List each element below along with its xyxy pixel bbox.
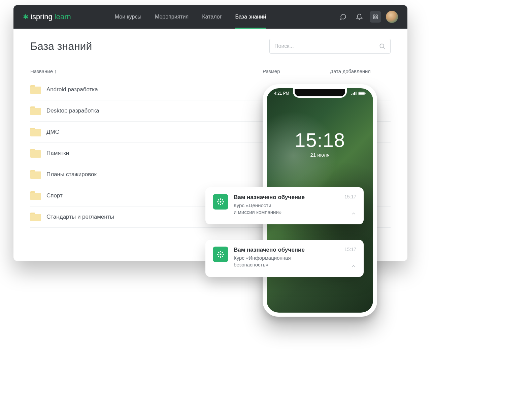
nav-knowledge-base[interactable]: База знаний xyxy=(235,5,266,29)
svg-point-15 xyxy=(220,204,221,205)
notification-text: Курс «Ценности и миссия компании» xyxy=(234,202,339,216)
svg-line-5 xyxy=(384,47,385,49)
svg-point-19 xyxy=(222,199,223,200)
svg-point-4 xyxy=(380,44,384,48)
logo-text-learn: learn xyxy=(55,12,71,21)
svg-rect-3 xyxy=(376,17,377,19)
nav-catalog[interactable]: Каталог xyxy=(202,5,222,29)
notification-body: Вам назначено обучение Курс «Ценности и … xyxy=(234,194,339,218)
content-head: База знаний xyxy=(30,39,391,54)
svg-rect-1 xyxy=(376,15,377,17)
svg-point-25 xyxy=(217,254,219,255)
svg-point-21 xyxy=(222,203,223,204)
notification-time: 15:17 xyxy=(344,194,356,199)
folder-label: Android разработка xyxy=(46,86,98,93)
column-date-label[interactable]: Дата добавления xyxy=(330,68,391,74)
lock-screen-time: 15:18 21 июля xyxy=(267,129,373,158)
folder-icon xyxy=(30,106,41,115)
phone-notch xyxy=(293,88,347,98)
svg-point-18 xyxy=(218,199,219,200)
folder-label: Памятки xyxy=(46,150,69,157)
svg-rect-7 xyxy=(353,93,354,95)
topbar-right xyxy=(337,11,398,23)
folder-label: Спорт xyxy=(46,192,63,199)
svg-point-14 xyxy=(220,198,221,200)
status-right xyxy=(351,91,366,96)
svg-point-13 xyxy=(220,201,222,203)
svg-rect-12 xyxy=(365,93,365,94)
notification-time: 15:17 xyxy=(344,247,356,252)
svg-point-16 xyxy=(217,201,219,202)
nav-events[interactable]: Мероприятия xyxy=(155,5,189,29)
signal-icon xyxy=(351,92,357,95)
topbar: ✱ ispring learn Мои курсы Мероприятия Ка… xyxy=(13,5,407,29)
logo-text-ispring: ispring xyxy=(31,12,53,21)
folder-icon xyxy=(30,128,41,136)
folder-label: Стандарты и регламенты xyxy=(46,214,114,220)
app-icon xyxy=(213,194,228,210)
folder-icon xyxy=(30,170,41,179)
svg-point-27 xyxy=(218,252,219,253)
svg-point-24 xyxy=(220,256,221,258)
svg-point-23 xyxy=(220,251,221,252)
table-header: Название ↑ Размер Дата добавления xyxy=(30,64,391,79)
main-nav: Мои курсы Мероприятия Каталог База знани… xyxy=(115,5,266,29)
svg-rect-2 xyxy=(373,17,375,19)
app-icon xyxy=(213,247,228,262)
svg-point-26 xyxy=(223,254,224,255)
logo[interactable]: ✱ ispring learn xyxy=(23,12,71,21)
notification-meta: 15:17 xyxy=(344,247,356,270)
svg-point-22 xyxy=(220,254,222,255)
notification-card[interactable]: Вам назначено обучение Курс «Ценности и … xyxy=(205,187,364,224)
folder-label: Desktop разработка xyxy=(46,107,99,114)
notification-body: Вам назначено обучение Курс «Информацион… xyxy=(234,247,339,270)
nav-my-courses[interactable]: Мои курсы xyxy=(115,5,141,29)
svg-rect-6 xyxy=(352,94,353,95)
svg-point-29 xyxy=(218,256,219,257)
column-name-sort[interactable]: Название ↑ xyxy=(30,68,263,74)
notification-card[interactable]: Вам назначено обучение Курс «Информацион… xyxy=(205,240,364,277)
chat-icon[interactable] xyxy=(337,11,349,23)
column-name-label: Название xyxy=(30,68,53,74)
search-icon xyxy=(379,43,386,50)
chevron-up-icon[interactable] xyxy=(351,211,356,218)
bell-icon[interactable] xyxy=(354,11,365,23)
search-input[interactable] xyxy=(274,43,379,49)
notification-meta: 15:17 xyxy=(344,194,356,218)
svg-point-30 xyxy=(222,256,223,257)
notification-title: Вам назначено обучение xyxy=(234,247,339,253)
lock-date-value: 21 июля xyxy=(267,152,373,158)
folder-icon xyxy=(30,149,41,158)
svg-rect-8 xyxy=(354,92,355,95)
battery-icon xyxy=(358,92,366,95)
svg-rect-11 xyxy=(359,92,364,94)
svg-point-20 xyxy=(218,203,219,204)
folder-label: ДМС xyxy=(46,129,59,135)
folder-label: Планы стажировок xyxy=(46,171,97,178)
notification-title: Вам назначено обучение xyxy=(234,194,339,201)
logo-mark-icon: ✱ xyxy=(23,13,29,21)
svg-rect-0 xyxy=(373,15,375,17)
lock-time-value: 15:18 xyxy=(267,129,373,151)
folder-icon xyxy=(30,213,41,221)
svg-rect-9 xyxy=(356,92,357,95)
chevron-up-icon[interactable] xyxy=(351,263,356,270)
apps-icon[interactable] xyxy=(370,11,381,23)
avatar[interactable] xyxy=(386,11,398,23)
search-box[interactable] xyxy=(269,39,391,54)
sort-asc-icon: ↑ xyxy=(54,68,57,74)
svg-point-28 xyxy=(222,252,223,253)
page-title: База знаний xyxy=(30,40,92,53)
svg-point-17 xyxy=(223,201,224,202)
notification-text: Курс «Информационная безопасность» xyxy=(234,255,339,268)
folder-icon xyxy=(30,191,41,200)
status-time: 4:21 PM xyxy=(274,91,289,96)
column-size-label[interactable]: Размер xyxy=(263,68,330,74)
folder-icon xyxy=(30,85,41,94)
